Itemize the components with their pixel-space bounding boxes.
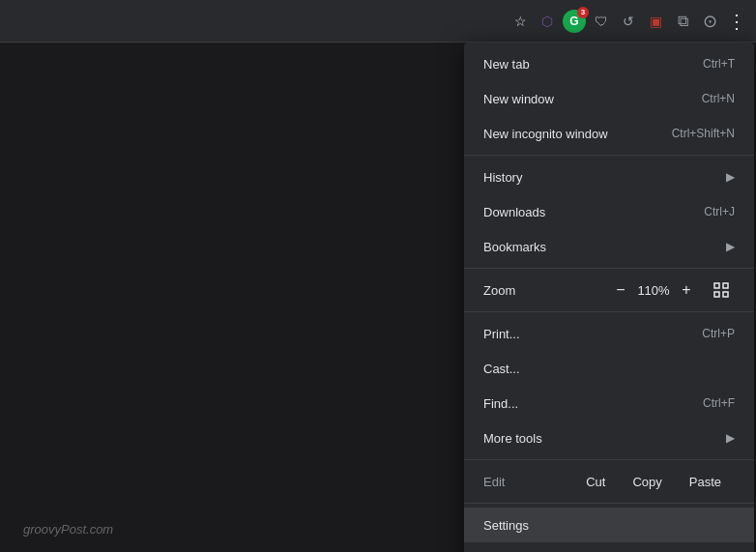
copy-button[interactable]: Copy <box>619 471 675 493</box>
menu-item-print[interactable]: Print... Ctrl+P <box>464 316 754 351</box>
zoom-controls: − 110% + <box>607 276 735 304</box>
svg-rect-1 <box>723 283 728 288</box>
puzzle-icon[interactable]: ⧉ <box>671 10 694 33</box>
extension2-icon[interactable]: 🛡 <box>590 10 613 33</box>
menu-item-settings[interactable]: Settings <box>464 508 754 542</box>
browser-toolbar: ☆ ⬡ G 3 🛡 ↺ ▣ ⧉ ⊙ ⋮ <box>0 0 756 43</box>
divider-1 <box>464 155 754 156</box>
divider-2 <box>464 268 754 269</box>
svg-rect-3 <box>723 292 728 297</box>
menu-item-new-window[interactable]: New window Ctrl+N <box>464 81 754 116</box>
divider-3 <box>464 311 754 312</box>
edit-row: Edit Cut Copy Paste <box>464 464 754 499</box>
menu-item-help[interactable]: Help ▶ <box>464 542 754 552</box>
menu-item-new-tab[interactable]: New tab Ctrl+T <box>464 46 754 81</box>
menu-item-more-tools[interactable]: More tools ▶ <box>464 421 754 455</box>
main-content: groovyPost.com New tab Ctrl+T New window… <box>0 43 756 552</box>
pocket-icon[interactable]: ⬡ <box>536 10 559 33</box>
svg-rect-0 <box>714 283 719 288</box>
site-watermark: groovyPost.com <box>23 522 113 537</box>
account-icon[interactable]: ⊙ <box>698 10 721 33</box>
menu-item-find[interactable]: Find... Ctrl+F <box>464 386 754 421</box>
menu-item-history[interactable]: History ▶ <box>464 160 754 194</box>
fullscreen-button[interactable] <box>708 276 735 304</box>
divider-5 <box>464 503 754 504</box>
grammarly-icon[interactable]: G 3 <box>563 10 586 33</box>
svg-rect-2 <box>714 292 719 297</box>
zoom-value: 110% <box>634 283 673 298</box>
cut-button[interactable]: Cut <box>572 471 619 493</box>
zoom-row: Zoom − 110% + <box>464 273 754 307</box>
paste-button[interactable]: Paste <box>676 471 735 493</box>
menu-icon[interactable]: ⋮ <box>725 10 748 33</box>
star-icon[interactable]: ☆ <box>509 10 532 33</box>
divider-4 <box>464 459 754 460</box>
menu-item-bookmarks[interactable]: Bookmarks ▶ <box>464 229 754 264</box>
menu-item-cast[interactable]: Cast... <box>464 351 754 386</box>
menu-item-new-incognito[interactable]: New incognito window Ctrl+Shift+N <box>464 116 754 151</box>
menu-item-downloads[interactable]: Downloads Ctrl+J <box>464 194 754 229</box>
extension4-icon[interactable]: ▣ <box>644 10 667 33</box>
extension3-icon[interactable]: ↺ <box>617 10 640 33</box>
zoom-out-button[interactable]: − <box>607 276 634 304</box>
zoom-in-button[interactable]: + <box>673 276 700 304</box>
chrome-menu: New tab Ctrl+T New window Ctrl+N New inc… <box>464 43 754 552</box>
